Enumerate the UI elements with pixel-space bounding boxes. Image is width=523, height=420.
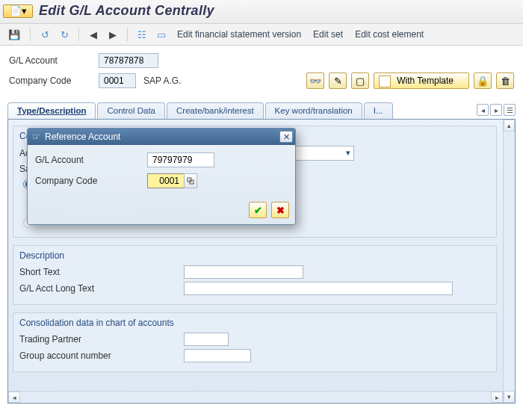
- scroll-down-icon[interactable]: ▾: [504, 391, 515, 403]
- tab-nav: ◂ ▸ ☰: [477, 104, 516, 119]
- trading-partner-label: Trading Partner: [19, 334, 184, 345]
- app-icon: 📄▾: [3, 4, 33, 18]
- dialog-ok-button[interactable]: ✔: [249, 202, 267, 218]
- dialog-cc-field[interactable]: [147, 173, 185, 188]
- tab-key-word-translation[interactable]: Key word/translation: [265, 102, 362, 119]
- tab-control-data[interactable]: Control Data: [97, 102, 165, 119]
- short-text-label: Short Text: [19, 267, 184, 277]
- long-text-field[interactable]: [184, 282, 453, 295]
- structure-button[interactable]: ☷: [134, 26, 150, 43]
- scroll-left-icon[interactable]: ◂: [8, 392, 20, 403]
- gl-account-field[interactable]: [99, 53, 158, 68]
- dialog-title: Reference Account: [45, 132, 279, 142]
- tab-create-bank-interest[interactable]: Create/bank/interest: [167, 102, 264, 119]
- short-text-field[interactable]: [184, 265, 303, 279]
- group-account-field[interactable]: [184, 349, 251, 362]
- dialog-cc-label: Company Code: [35, 176, 147, 186]
- header: G/L Account Company Code SAP A.G. 👓 ✎ ▢ …: [0, 46, 523, 98]
- header-buttons: 👓 ✎ ▢ With Template 🔒 🗑: [306, 72, 514, 89]
- dialog-icon: ☞: [32, 132, 40, 142]
- save-button[interactable]: 💾: [4, 26, 24, 43]
- undo-button[interactable]: ↺: [37, 26, 53, 43]
- scroll-right-icon[interactable]: ▸: [491, 392, 503, 403]
- lock-button[interactable]: 🔒: [474, 72, 492, 89]
- vertical-scrollbar[interactable]: ▴ ▾: [503, 120, 515, 403]
- titlebar: 📄▾ Edit G/L Account Centrally: [0, 0, 523, 24]
- section-description-title: Description: [19, 250, 490, 261]
- trading-partner-field[interactable]: [184, 333, 229, 346]
- dialog-cancel-button[interactable]: ✖: [271, 202, 289, 218]
- tab-scroll-left[interactable]: ◂: [477, 104, 489, 116]
- dialog-body: G/L Account Company Code: [28, 145, 295, 199]
- section-consolidation: Consolidation data in chart of accounts …: [13, 312, 497, 372]
- tab-info[interactable]: I...: [364, 102, 393, 119]
- delete-button[interactable]: 🗑: [496, 72, 514, 89]
- horizontal-scrollbar[interactable]: ◂ ▸: [8, 391, 503, 403]
- dialog-buttons: ✔ ✖: [28, 199, 295, 224]
- long-text-label: G/L Acct Long Text: [19, 283, 184, 294]
- dialog-gl-label: G/L Account: [35, 155, 147, 165]
- dialog-titlebar[interactable]: ☞ Reference Account ✕: [28, 129, 295, 145]
- next-button[interactable]: ▶: [105, 26, 121, 43]
- edit-set-link[interactable]: Edit set: [309, 29, 347, 40]
- redo-button[interactable]: ↻: [56, 26, 72, 43]
- toolbar-separator: [127, 28, 128, 41]
- section-description: Description Short Text G/L Acct Long Tex…: [13, 245, 497, 305]
- gl-account-label: G/L Account: [9, 55, 99, 66]
- tab-scroll-right[interactable]: ▸: [490, 104, 502, 116]
- company-code-desc: SAP A.G.: [143, 75, 181, 86]
- group-account-label: Group account number: [19, 350, 184, 361]
- with-template-button[interactable]: With Template: [374, 72, 469, 89]
- scroll-track[interactable]: [20, 392, 491, 403]
- toolbar-separator: [30, 28, 31, 41]
- company-code-field[interactable]: [99, 73, 136, 88]
- edit-cost-link[interactable]: Edit cost element: [350, 29, 428, 40]
- tab-list[interactable]: ☰: [504, 104, 516, 116]
- reference-account-dialog: ☞ Reference Account ✕ G/L Account Compan…: [27, 128, 296, 225]
- scroll-track[interactable]: [504, 132, 515, 391]
- toolbar-separator: [78, 28, 79, 41]
- edit-fsv-link[interactable]: Edit financial statement version: [173, 29, 306, 40]
- page-title: Edit G/L Account Centrally: [39, 3, 214, 19]
- value-help-button[interactable]: [184, 173, 197, 188]
- company-code-label: Company Code: [9, 75, 99, 86]
- overview-button[interactable]: ▭: [153, 26, 170, 43]
- section-consolidation-title: Consolidation data in chart of accounts: [19, 318, 490, 328]
- dialog-gl-field[interactable]: [147, 152, 214, 167]
- dialog-close-button[interactable]: ✕: [279, 131, 293, 143]
- toolbar: 💾 ↺ ↻ ◀ ▶ ☷ ▭ Edit financial statement v…: [0, 24, 523, 46]
- create-button[interactable]: ▢: [351, 72, 369, 89]
- scroll-up-icon[interactable]: ▴: [504, 120, 515, 132]
- tab-type-description[interactable]: Type/Description: [7, 102, 96, 119]
- display-button[interactable]: 👓: [306, 72, 324, 89]
- prev-button[interactable]: ◀: [85, 26, 102, 43]
- tabstrip: Type/Description Control Data Create/ban…: [7, 102, 516, 120]
- edit-button[interactable]: ✎: [329, 72, 347, 89]
